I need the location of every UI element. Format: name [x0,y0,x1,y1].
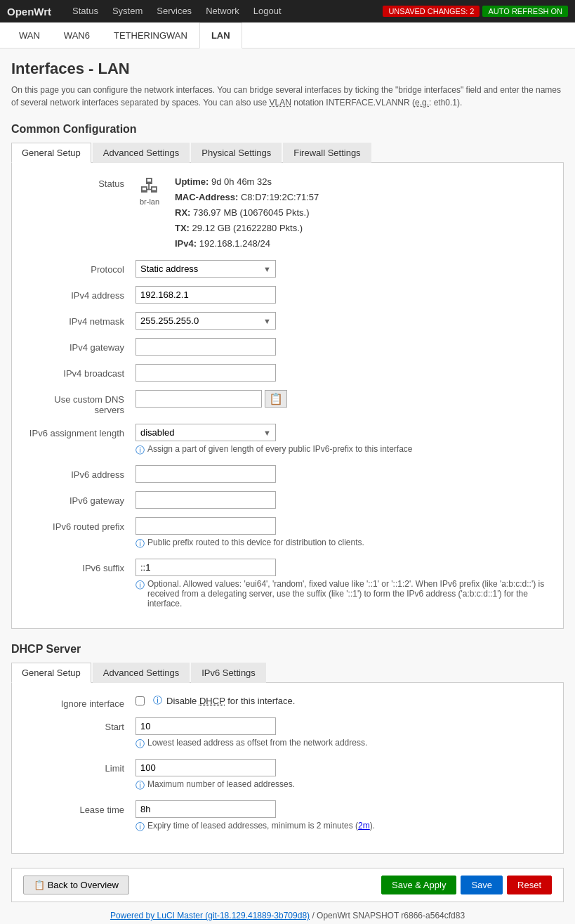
ipv6-suffix-control: ⓘ Optional. Allowed values: 'eui64', 'ra… [136,559,552,609]
status-uptime: 9d 0h 46m 32s [211,176,272,187]
footer-right: Save & Apply Save Reset [381,876,552,894]
hint-icon: ⓘ [136,444,145,457]
ipv6-assignment-select-wrap[interactable]: disabled 64 60 56 48 ▼ [136,424,276,441]
brand-text: OpenWrt [7,6,51,18]
ipv6-routed-prefix-control: ⓘ Public prefix routed to this device fo… [136,517,552,550]
tab-advanced-settings[interactable]: Advanced Settings [93,143,190,163]
ipv6-gateway-row: IPv6 gateway [23,491,552,509]
ipv6-gateway-input[interactable] [136,491,276,509]
dhcp-config-tabs: General Setup Advanced Settings IPv6 Set… [11,663,564,683]
save-apply-button[interactable]: Save & Apply [381,876,456,894]
general-setup-box: Status 🖧 br-lan Uptime: 9d 0h 46m 32s MA… [11,163,564,629]
status-rx: 736.97 MB (10676045 Pkts.) [193,207,310,218]
status-row: Status 🖧 br-lan Uptime: 9d 0h 46m 32s MA… [23,174,552,252]
tab-physical-settings[interactable]: Physical Settings [191,143,282,163]
tab-lan[interactable]: LAN [199,22,242,48]
ipv4-gateway-row: IPv4 gateway [23,338,552,356]
lease-time-control: ⓘ Expiry time of leased addresses, minim… [136,800,552,833]
openwrt-version: / OpenWrt SNAPSHOT r6866-a564cfd83 [312,911,465,920]
luci-link[interactable]: Powered by LuCI Master (git-18.129.41889… [110,911,310,920]
start-hint-icon: ⓘ [136,738,145,750]
status-icon-wrap: 🖧 br-lan [136,174,164,206]
custom-dns-label: Use custom DNS servers [23,390,136,415]
ipv4-gateway-input[interactable] [136,338,276,356]
protocol-label: Protocol [23,260,136,275]
ipv6-assignment-hint: ⓘ Assign a part of given length of every… [136,444,552,457]
ipv6-address-row: IPv6 address [23,465,552,483]
navbar: OpenWrt Status System Services Network L… [0,0,575,22]
ipv6-assignment-control: disabled 64 60 56 48 ▼ ⓘ Assign a part o… [136,424,552,457]
status-mac: C8:D7:19:2C:71:57 [241,192,319,202]
custom-dns-input[interactable] [136,390,262,408]
dhcp-title: DHCP Server [11,643,564,656]
ipv4-broadcast-label: IPv4 broadcast [23,364,136,379]
tab-general-setup[interactable]: General Setup [11,143,91,163]
autorefresh-badge: AUTO REFRESH ON [482,6,568,17]
tab-firewall-settings[interactable]: Firewall Settings [283,143,371,163]
ipv6-assignment-select[interactable]: disabled 64 60 56 48 [136,424,259,441]
footer-bar: 📋 Back to Overview Save & Apply Save Res… [11,868,564,902]
ipv4-address-input[interactable] [136,286,276,304]
protocol-select-wrap[interactable]: Static address DHCP client DHCPv6 client… [136,260,276,278]
protocol-control: Static address DHCP client DHCPv6 client… [136,260,552,278]
ipv4-broadcast-input[interactable] [136,364,276,382]
dns-add-button[interactable]: 📋 [265,390,287,408]
lease-time-row: Lease time ⓘ Expiry time of leased addre… [23,800,552,833]
protocol-select[interactable]: Static address DHCP client DHCPv6 client… [136,261,259,277]
interface-name-label: br-lan [136,197,164,206]
save-button[interactable]: Save [461,876,503,894]
limit-hint: ⓘ Maximum number of leased addresses. [136,779,552,792]
ipv4-netmask-select[interactable]: 255.255.255.0 255.255.0.0 255.0.0.0 [136,313,259,329]
tab-wan6[interactable]: WAN6 [52,22,102,48]
ipv6-gateway-control [136,491,552,509]
ipv6-address-control [136,465,552,483]
nav-network[interactable]: Network [199,0,246,22]
status-content: 🖧 br-lan Uptime: 9d 0h 46m 32s MAC-Addre… [136,174,319,252]
reset-button[interactable]: Reset [507,876,552,894]
ipv6-address-label: IPv6 address [23,465,136,480]
common-config-title: Common Configuration [11,123,564,136]
tab-wan[interactable]: WAN [7,22,52,48]
nav-logout[interactable]: Logout [246,0,289,22]
start-input[interactable] [136,717,276,735]
ipv6-routed-prefix-input[interactable] [136,517,276,535]
ipv4-address-control [136,286,552,304]
ignore-interface-checkbox[interactable] [136,696,145,705]
lease-2m-link[interactable]: 2m [358,821,370,831]
suffix-hint-icon: ⓘ [136,579,145,592]
protocol-row: Protocol Static address DHCP client DHCP… [23,260,552,278]
limit-input[interactable] [136,759,276,776]
status-ipv4: 192.168.1.248/24 [199,238,270,249]
ipv6-routed-prefix-label: IPv6 routed prefix [23,517,136,532]
ipv6-assignment-row: IPv6 assignment length disabled 64 60 56… [23,424,552,457]
footer-left: 📋 Back to Overview [23,876,129,894]
status-tx: 29.12 GB (21622280 Pkts.) [192,223,303,233]
dhcp-tab-advanced[interactable]: Advanced Settings [93,663,190,683]
ipv4-netmask-select-wrap[interactable]: 255.255.255.0 255.255.0.0 255.0.0.0 ▼ [136,312,276,330]
ipv6-gateway-label: IPv6 gateway [23,491,136,506]
tab-tetheringwan[interactable]: TETHERINGWAN [102,22,199,48]
start-hint-text: Lowest leased address as offset from the… [147,738,367,748]
ipv4-gateway-control [136,338,552,356]
ignore-hint-icon: ⓘ [153,694,162,707]
limit-hint-icon: ⓘ [136,779,145,792]
lease-time-input[interactable] [136,800,276,818]
nav-status[interactable]: Status [65,0,105,22]
start-hint: ⓘ Lowest leased address as offset from t… [136,738,552,750]
ipv6-routed-prefix-hint-text: Public prefix routed to this device for … [147,538,364,547]
nav-services[interactable]: Services [150,0,199,22]
brand-logo[interactable]: OpenWrt [7,6,51,18]
dhcp-tab-ipv6[interactable]: IPv6 Settings [191,663,266,683]
ipv6-assignment-label: IPv6 assignment length [23,424,136,438]
limit-control: ⓘ Maximum number of leased addresses. [136,759,552,792]
ipv4-gateway-label: IPv4 gateway [23,338,136,353]
nav-system[interactable]: System [105,0,150,22]
protocol-select-arrow: ▼ [259,265,275,273]
ipv6-address-input[interactable] [136,465,276,483]
ipv6-suffix-input[interactable] [136,559,276,576]
lease-time-label: Lease time [23,800,136,815]
dhcp-tab-general[interactable]: General Setup [11,663,91,683]
ipv6-assignment-arrow: ▼ [259,429,275,437]
interface-tab-bar: WAN WAN6 TETHERINGWAN LAN [0,22,575,48]
back-to-overview-button[interactable]: 📋 Back to Overview [23,876,129,894]
